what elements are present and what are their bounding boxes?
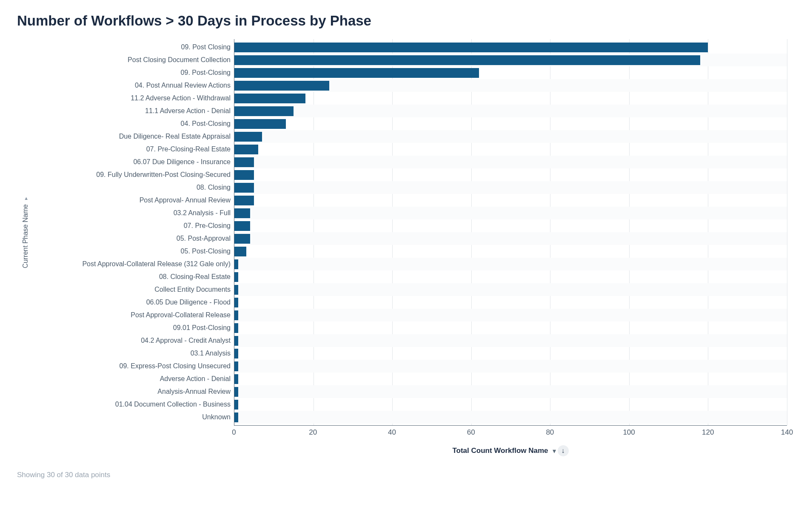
bar[interactable] [234, 400, 238, 410]
category-label: 04. Post-Closing [181, 117, 231, 130]
bar-row [234, 309, 787, 321]
chart-container: Number of Workflows > 30 Days in Process… [0, 0, 804, 532]
bar[interactable] [234, 119, 286, 129]
bar-row [234, 296, 787, 309]
bar[interactable] [234, 81, 329, 91]
bar-row [234, 143, 787, 156]
category-label: 09.01 Post-Closing [173, 321, 231, 334]
bar[interactable] [234, 221, 250, 231]
category-label-row: 09. Post-Closing [34, 66, 231, 79]
bar-row [234, 194, 787, 207]
bar-row [234, 207, 787, 219]
bar-row [234, 92, 787, 105]
category-label-row: Analysis-Annual Review [34, 385, 231, 398]
bar[interactable] [234, 323, 238, 333]
category-label: 04. Post Annual Review Actions [135, 79, 231, 92]
category-label: 03.2 Analysis - Full [174, 207, 231, 219]
bar-row [234, 385, 787, 398]
category-label: Post Approval- Annual Review [140, 194, 231, 207]
category-label: 09. Post-Closing [181, 66, 231, 79]
x-tick-label: 40 [388, 428, 396, 437]
category-label-row: 03.1 Analysis [34, 347, 231, 360]
category-label-row: 11.2 Adverse Action - Withdrawal [34, 92, 231, 105]
y-axis-label-column: Current Phase Name ▸ [17, 39, 34, 426]
category-label-row: Post Approval- Annual Review [34, 194, 231, 207]
bar[interactable] [234, 55, 700, 65]
category-label: 09. Post Closing [181, 41, 231, 54]
x-tick-label: 80 [546, 428, 554, 437]
bar[interactable] [234, 157, 254, 167]
category-label-row: 09.01 Post-Closing [34, 321, 231, 334]
bar[interactable] [234, 349, 238, 358]
chevron-down-icon: ▾ [553, 447, 556, 455]
bar[interactable] [234, 259, 238, 269]
bar[interactable] [234, 310, 238, 320]
category-label: 08. Closing-Real Estate [159, 270, 231, 283]
bar-row [234, 245, 787, 258]
category-label-row: 06.07 Due Diligence - Insurance [34, 156, 231, 168]
bar[interactable] [234, 413, 238, 422]
x-axis-label[interactable]: Total Count Workflow Name [452, 447, 548, 455]
bar[interactable] [234, 374, 238, 384]
bar[interactable] [234, 132, 262, 142]
bar[interactable] [234, 43, 708, 52]
bar[interactable] [234, 298, 238, 307]
bar[interactable] [234, 361, 238, 371]
category-label: Analysis-Annual Review [157, 385, 231, 398]
category-label-row: 01.04 Document Collection - Business [34, 398, 231, 411]
bar[interactable] [234, 285, 238, 295]
bar-row [234, 232, 787, 245]
gridline [787, 39, 787, 425]
category-label: 03.1 Analysis [191, 347, 231, 360]
plot-area [234, 39, 787, 426]
category-label-row: 03.2 Analysis - Full [34, 207, 231, 219]
category-label: 11.1 Adverse Action - Denial [145, 105, 231, 117]
x-tick-label: 120 [702, 428, 714, 437]
category-label-row: Adverse Action - Denial [34, 373, 231, 385]
x-axis-label-row: Total Count Workflow Name ▾ ↓ [234, 445, 787, 456]
bar[interactable] [234, 68, 479, 78]
bar-row [234, 258, 787, 270]
x-tick-label: 0 [232, 428, 236, 437]
bar[interactable] [234, 170, 254, 180]
bar-row [234, 79, 787, 92]
bar-row [234, 398, 787, 411]
bar-row [234, 130, 787, 143]
bar[interactable] [234, 387, 238, 397]
category-label-row: 09. Express-Post Closing Unsecured [34, 360, 231, 373]
category-label-row: Post Approval-Collateral Release (312 Ga… [34, 258, 231, 270]
category-label: Due Diligence- Real Estate Appraisal [119, 130, 231, 143]
bar[interactable] [234, 247, 246, 256]
bar[interactable] [234, 234, 250, 244]
bar-row [234, 54, 787, 66]
bar[interactable] [234, 106, 294, 116]
category-label-row: Post Closing Document Collection [34, 54, 231, 66]
category-label-row: 04. Post-Closing [34, 117, 231, 130]
bar[interactable] [234, 145, 258, 154]
category-label: 07. Pre-Closing [184, 219, 231, 232]
sort-toggle[interactable]: ▾ ↓ [553, 445, 569, 456]
bar-row [234, 41, 787, 54]
category-label: 08. Closing [197, 181, 231, 194]
data-points-count: Showing 30 of 30 data points [17, 471, 787, 479]
bar[interactable] [234, 336, 238, 346]
y-axis-label-text: Current Phase Name [22, 204, 29, 268]
category-label: 01.04 Document Collection - Business [115, 398, 231, 411]
bar-row [234, 334, 787, 347]
bar-row [234, 105, 787, 117]
category-label-row: 05. Post-Approval [34, 232, 231, 245]
category-label: 07. Pre-Closing-Real Estate [146, 143, 231, 156]
bar[interactable] [234, 196, 254, 205]
bar[interactable] [234, 272, 238, 282]
category-label: Post Approval-Collateral Release [131, 309, 231, 321]
x-tick-label: 140 [781, 428, 793, 437]
y-axis-label[interactable]: Current Phase Name ▸ [22, 197, 29, 268]
bar[interactable] [234, 208, 250, 218]
chart-body: Current Phase Name ▸ 09. Post ClosingPos… [17, 39, 787, 426]
category-label-row: 09. Fully Underwritten-Post Closing-Secu… [34, 168, 231, 181]
bar[interactable] [234, 183, 254, 193]
category-label-row: 11.1 Adverse Action - Denial [34, 105, 231, 117]
category-label: Post Closing Document Collection [128, 54, 231, 66]
bar-row [234, 283, 787, 296]
bar[interactable] [234, 94, 305, 103]
